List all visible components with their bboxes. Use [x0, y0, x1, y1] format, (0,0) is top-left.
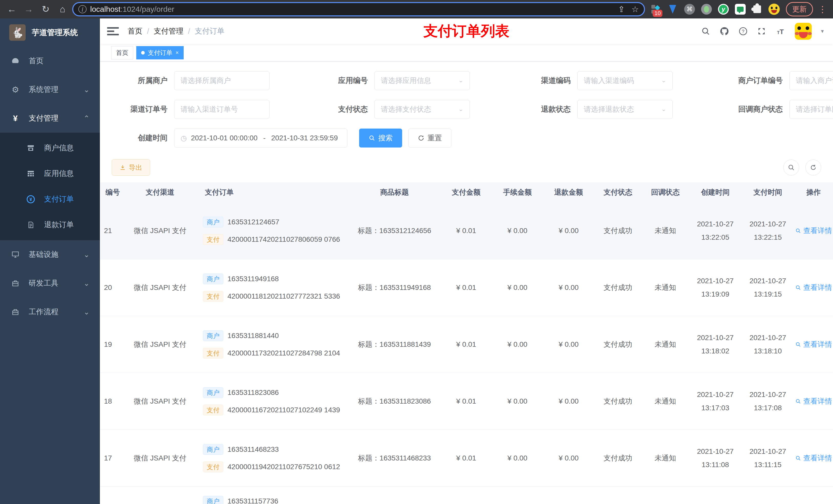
merchant-input[interactable]: 请选择所属商户	[174, 71, 269, 90]
table-row-partial: 商户1635311157736	[100, 486, 833, 504]
extension-command-icon[interactable]: ⌘	[684, 4, 695, 15]
share-icon[interactable]: ⇪	[618, 4, 625, 14]
refresh-icon[interactable]	[805, 160, 821, 175]
grid-icon	[26, 170, 36, 178]
created-time: 2021-10-2713:19:09	[689, 274, 742, 301]
sidebar-item-refund-order[interactable]: 退款订单	[0, 212, 100, 238]
sidebar-item-merchant-info[interactable]: 商户信息	[0, 135, 100, 161]
sidebar-item-infra[interactable]: 基础设施 ⌄	[0, 240, 100, 269]
font-size-icon[interactable]: TT	[776, 27, 786, 36]
close-icon[interactable]: ×	[175, 49, 179, 56]
order-id: 21	[100, 226, 125, 235]
browser-menu-icon[interactable]: ⋮	[818, 4, 827, 14]
pay-status-select[interactable]: 请选择支付状态 ⌄	[375, 100, 470, 119]
fullscreen-icon[interactable]	[757, 27, 766, 36]
filter-create-time: 创建时间 ◷ 2021-10-01 00:00:00 - 2021-10-31 …	[113, 128, 347, 147]
filter-merchant: 所属商户 请选择所属商户	[113, 71, 269, 90]
pay-order-cell: 商户1635311157736	[195, 486, 348, 504]
sidebar-toggle-icon[interactable]	[107, 26, 119, 37]
paid-time: 2021-10-2713:18:10	[742, 331, 794, 358]
monitor-icon	[10, 250, 21, 259]
chevron-down-icon: ⌄	[84, 250, 90, 259]
table-row: 17 微信 JSAPI 支付 商户1635311468233 支付4200001…	[100, 430, 833, 486]
pay-channel: 微信 JSAPI 支付	[125, 226, 195, 236]
sidebar-item-label: 首页	[29, 56, 44, 66]
paid-time: 2021-10-2713:17:08	[742, 388, 794, 415]
date-end: 2021-10-31 23:59:59	[271, 134, 338, 142]
filter-channel-order-no: 渠道订单号 请输入渠道订单号	[113, 100, 269, 119]
vue-devtools-icon[interactable]: y	[718, 4, 729, 15]
site-info-icon[interactable]: i	[78, 5, 87, 13]
breadcrumb-home[interactable]: 首页	[127, 26, 142, 37]
browser-home-button[interactable]: ⌂	[55, 2, 70, 16]
breadcrumb-group[interactable]: 支付管理	[154, 26, 184, 37]
extension-recorder-icon[interactable]	[701, 4, 712, 15]
browser-forward-button[interactable]: →	[22, 2, 36, 16]
sidebar-item-label: 支付管理	[29, 113, 58, 123]
search-button[interactable]: 搜索	[359, 128, 402, 147]
merchant-tag: 商户	[203, 330, 223, 341]
sidebar-logo[interactable]: 🐇 芋道管理系统	[0, 19, 100, 47]
filter-merchant-order-no: 商户订单编号 请输入商户订单编号	[697, 71, 833, 90]
product-title: 标题：1635311823086	[348, 397, 441, 406]
reset-button[interactable]: 重置	[408, 128, 451, 147]
user-avatar[interactable]	[795, 23, 812, 40]
logo-image: 🐇	[9, 24, 26, 41]
merchant-order-no-input[interactable]: 请输入商户订单编号	[789, 71, 833, 90]
sidebar-item-pay-order[interactable]: ¥ 支付订单	[0, 187, 100, 212]
pay-tag: 支付	[203, 348, 223, 359]
tag-home[interactable]: 首页	[111, 46, 133, 59]
filter-app-id: 应用编号 请选择应用信息 ⌄	[300, 71, 470, 90]
extension-chat-icon[interactable]	[735, 4, 746, 15]
order-id: 19	[100, 340, 125, 349]
sidebar-item-home[interactable]: 首页	[0, 47, 100, 75]
filter-channel-code: 渠道编码 请输入渠道编码 ⌄	[501, 71, 673, 90]
browser-update-button[interactable]: 更新	[786, 2, 813, 16]
view-detail-link[interactable]: 查看详情	[795, 397, 832, 406]
browser-back-button[interactable]: ←	[5, 2, 19, 16]
clock-icon: ◷	[181, 134, 187, 142]
paid-time: 2021-10-2713:11:15	[742, 445, 794, 472]
channel-code-select[interactable]: 请输入渠道编码 ⌄	[577, 71, 673, 90]
browser-reload-button[interactable]: ↻	[39, 2, 53, 16]
pay-order-no: 420000117320211027284798 2104	[228, 349, 340, 357]
avatar-caret-icon[interactable]: ▾	[821, 28, 824, 34]
github-icon[interactable]	[719, 26, 729, 36]
tag-pay-order[interactable]: 支付订单 ×	[136, 46, 184, 59]
search-icon[interactable]	[701, 27, 710, 36]
toggle-search-icon[interactable]	[783, 160, 799, 175]
chevron-up-icon: ⌃	[84, 114, 90, 123]
help-icon[interactable]: ?	[738, 27, 748, 36]
app-id-select[interactable]: 请选择应用信息 ⌄	[375, 71, 470, 90]
notify-status-select[interactable]: 请选择订单回调商户状态 ⌄	[789, 100, 833, 119]
bookmark-star-icon[interactable]: ☆	[632, 4, 639, 14]
export-button[interactable]: 导出	[112, 159, 150, 176]
extensions-puzzle-icon[interactable]	[752, 4, 763, 15]
view-detail-link[interactable]: 查看详情	[795, 453, 832, 463]
extension-gem-icon[interactable]	[667, 4, 678, 15]
breadcrumb: 首页 / 支付管理 / 支付订单	[127, 26, 224, 37]
product-title: 标题：1635311949168	[348, 283, 441, 292]
channel-order-no-input[interactable]: 请输入渠道订单号	[174, 100, 269, 119]
view-detail-link[interactable]: 查看详情	[795, 340, 832, 349]
filter-notify-status: 回调商户状态 请选择订单回调商户状态 ⌄	[697, 100, 833, 119]
sidebar-item-workflow[interactable]: 工作流程 ⌄	[0, 297, 100, 326]
sidebar-item-app-info[interactable]: 应用信息	[0, 161, 100, 187]
extension-tabs-icon[interactable]: 10	[650, 4, 661, 15]
sidebar-item-label: 工作流程	[29, 307, 58, 317]
sidebar-item-payment[interactable]: ¥ 支付管理 ⌃	[0, 104, 100, 133]
view-detail-link[interactable]: 查看详情	[795, 283, 832, 292]
product-title: 标题：1635311881439	[348, 340, 441, 349]
payment-submenu: 商户信息 应用信息 ¥ 支付订单 退款订单	[0, 133, 100, 240]
chevron-down-icon: ⌄	[661, 106, 666, 112]
view-detail-link[interactable]: 查看详情	[795, 226, 832, 236]
pay-order-no: 420000118120211027772321 5336	[228, 292, 340, 301]
chevron-down-icon: ⌄	[661, 78, 666, 83]
date-range-input[interactable]: ◷ 2021-10-01 00:00:00 - 2021-10-31 23:59…	[174, 128, 347, 147]
refund-status-select[interactable]: 请选择退款状态 ⌄	[577, 100, 673, 119]
sidebar-item-system[interactable]: ⚙ 系统管理 ⌄	[0, 75, 100, 104]
tags-view: 首页 支付订单 ×	[100, 44, 833, 62]
sidebar-item-devtools[interactable]: 研发工具 ⌄	[0, 269, 100, 297]
browser-profile-avatar[interactable]	[768, 4, 780, 15]
address-bar[interactable]: i localhost:1024/pay/order ⇪ ☆	[72, 2, 645, 16]
